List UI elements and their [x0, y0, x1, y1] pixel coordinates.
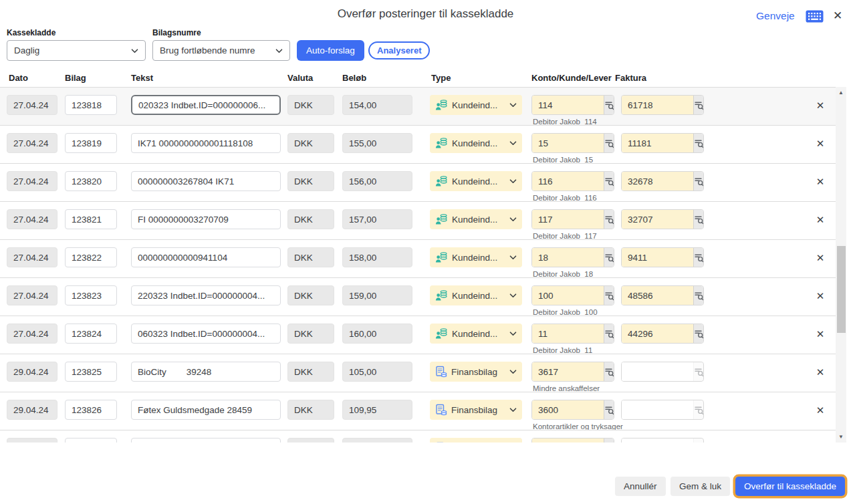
amount-field[interactable]: [342, 247, 412, 267]
currency-field[interactable]: [287, 209, 334, 229]
remove-row-button[interactable]: ✕: [812, 173, 829, 191]
scroll-down-icon[interactable]: ▼: [836, 434, 846, 440]
account-lookup-button[interactable]: [604, 400, 614, 419]
amount-field[interactable]: [342, 171, 412, 191]
type-select[interactable]: Finansbilag: [430, 362, 522, 382]
kassekladde-select[interactable]: Daglig: [7, 40, 146, 61]
text-field[interactable]: [131, 209, 281, 229]
invoice-field[interactable]: [622, 400, 693, 419]
type-select[interactable]: Kundeind...: [430, 285, 522, 305]
type-select[interactable]: Kundeind...: [430, 209, 522, 229]
voucher-number-field[interactable]: [65, 324, 117, 344]
voucher-number-field[interactable]: [65, 171, 117, 191]
account-field[interactable]: [532, 134, 604, 152]
invoice-field[interactable]: [622, 210, 693, 229]
type-select[interactable]: Kundeind...: [430, 171, 522, 191]
account-lookup-button[interactable]: [604, 96, 614, 114]
cancel-button[interactable]: Annullér: [615, 477, 666, 496]
invoice-field[interactable]: [622, 438, 693, 443]
account-lookup-button[interactable]: [604, 210, 614, 229]
currency-field[interactable]: [287, 171, 334, 191]
account-field[interactable]: [532, 286, 604, 305]
voucher-number-field[interactable]: [65, 209, 117, 229]
text-field[interactable]: [131, 171, 281, 191]
remove-row-button[interactable]: ✕: [812, 402, 829, 419]
type-select[interactable]: Kundeind...: [430, 95, 522, 115]
remove-row-button[interactable]: ✕: [812, 364, 829, 381]
account-lookup-button[interactable]: [604, 362, 614, 381]
account-lookup-button[interactable]: [604, 324, 614, 343]
account-lookup-button[interactable]: [604, 248, 614, 267]
remove-row-button[interactable]: ✕: [812, 211, 829, 229]
voucher-number-field[interactable]: [65, 285, 117, 305]
account-field[interactable]: [532, 172, 604, 191]
date-field[interactable]: [7, 400, 57, 420]
invoice-field[interactable]: [622, 286, 693, 305]
invoice-field[interactable]: [622, 324, 693, 343]
text-field[interactable]: [131, 95, 281, 115]
type-select[interactable]: Finansbilag: [430, 438, 522, 443]
invoice-lookup-button[interactable]: [693, 210, 704, 229]
amount-field[interactable]: [342, 133, 412, 153]
text-field[interactable]: [131, 133, 281, 153]
currency-field[interactable]: [287, 400, 334, 420]
close-icon[interactable]: ✕: [829, 7, 846, 25]
type-select[interactable]: Kundeind...: [430, 247, 522, 267]
voucher-number-field[interactable]: [65, 133, 117, 153]
remove-row-button[interactable]: ✕: [812, 97, 829, 114]
account-lookup-button[interactable]: [604, 172, 614, 191]
bilagsnumre-select[interactable]: Brug fortløbende numre: [152, 40, 290, 61]
invoice-field[interactable]: [622, 96, 693, 114]
voucher-number-field[interactable]: [65, 400, 117, 420]
invoice-lookup-button[interactable]: [693, 248, 704, 267]
scroll-up-icon[interactable]: ▲: [836, 90, 846, 96]
currency-field[interactable]: [287, 133, 334, 153]
currency-field[interactable]: [287, 324, 334, 344]
keyboard-icon[interactable]: [806, 10, 824, 25]
account-field[interactable]: [532, 438, 604, 443]
remove-row-button[interactable]: ✕: [812, 440, 829, 443]
date-field[interactable]: [7, 438, 57, 443]
transfer-to-journal-button[interactable]: Overfør til kassekladde: [735, 477, 845, 496]
invoice-field[interactable]: [622, 172, 693, 191]
vertical-scrollbar[interactable]: ▲ ▼: [836, 87, 846, 443]
shortcuts-link[interactable]: Genveje: [756, 10, 795, 22]
account-field[interactable]: [532, 400, 604, 419]
text-field[interactable]: [131, 362, 281, 382]
invoice-lookup-button[interactable]: [693, 134, 704, 152]
scrollbar-thumb[interactable]: [837, 246, 846, 333]
currency-field[interactable]: [287, 362, 334, 382]
date-field[interactable]: [7, 324, 57, 344]
date-field[interactable]: [7, 362, 57, 382]
text-field[interactable]: [131, 438, 281, 443]
amount-field[interactable]: [342, 285, 412, 305]
date-field[interactable]: [7, 133, 57, 153]
amount-field[interactable]: [342, 95, 412, 115]
type-select[interactable]: Finansbilag: [430, 400, 522, 420]
amount-field[interactable]: [342, 324, 412, 344]
account-field[interactable]: [532, 362, 604, 381]
account-field[interactable]: [532, 96, 604, 114]
type-select[interactable]: Kundeind...: [430, 133, 522, 153]
date-field[interactable]: [7, 285, 57, 305]
invoice-lookup-button[interactable]: [693, 400, 704, 419]
date-field[interactable]: [7, 247, 57, 267]
type-select[interactable]: Kundeind...: [430, 324, 522, 344]
account-field[interactable]: [532, 248, 604, 267]
currency-field[interactable]: [287, 285, 334, 305]
text-field[interactable]: [131, 324, 281, 344]
account-field[interactable]: [532, 324, 604, 343]
account-lookup-button[interactable]: [604, 438, 614, 443]
invoice-lookup-button[interactable]: [693, 172, 704, 191]
date-field[interactable]: [7, 95, 57, 115]
account-lookup-button[interactable]: [604, 286, 614, 305]
amount-field[interactable]: [342, 438, 412, 443]
invoice-lookup-button[interactable]: [693, 324, 704, 343]
currency-field[interactable]: [287, 95, 334, 115]
auto-forslag-button[interactable]: Auto-forslag: [297, 40, 364, 61]
save-and-close-button[interactable]: Gem & luk: [671, 477, 730, 496]
voucher-number-field[interactable]: [65, 95, 117, 115]
text-field[interactable]: [131, 285, 281, 305]
date-field[interactable]: [7, 171, 57, 191]
invoice-field[interactable]: [622, 362, 693, 381]
